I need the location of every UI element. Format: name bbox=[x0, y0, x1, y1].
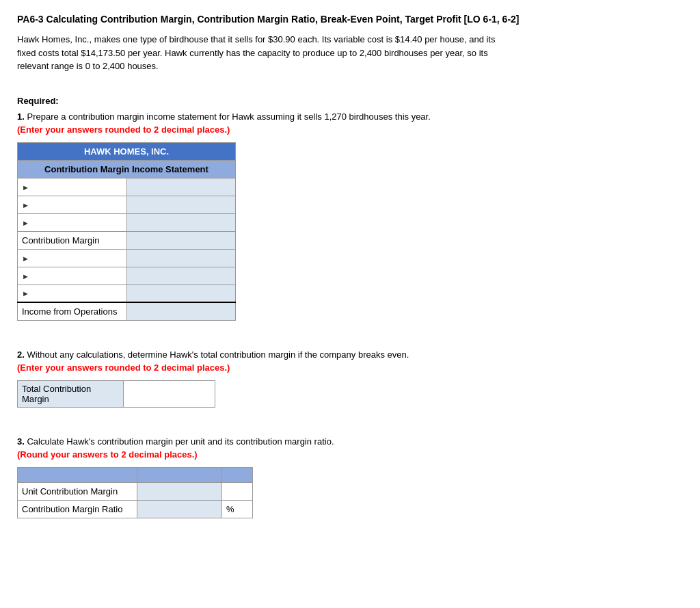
income-from-operations-label: Income from Operations bbox=[18, 302, 127, 320]
table-row: ► bbox=[18, 196, 236, 213]
q3-note: (Round your answers to 2 decimal places.… bbox=[17, 449, 198, 460]
company-name-header: HAWK HOMES, INC. bbox=[18, 142, 236, 160]
table-row: ► bbox=[18, 249, 236, 267]
unit-cm-input-cell bbox=[137, 482, 221, 500]
q2-note: (Enter your answers rounded to 2 decimal… bbox=[17, 362, 230, 373]
unit-cm-label: Unit Contribution Margin bbox=[18, 482, 137, 500]
row2-input[interactable] bbox=[131, 200, 231, 210]
row1-input[interactable] bbox=[131, 182, 231, 192]
cm-ratio-suffix: % bbox=[221, 500, 252, 518]
q1-number: 1. bbox=[17, 111, 25, 122]
statement-title-header: Contribution Margin Income Statement bbox=[18, 160, 236, 178]
row6-input[interactable] bbox=[131, 271, 231, 281]
unit-cm-suffix bbox=[221, 482, 252, 500]
income-from-operations-input[interactable] bbox=[131, 306, 231, 317]
question-3: 3. Calculate Hawk's contribution margin … bbox=[17, 435, 683, 518]
q3-header-row bbox=[18, 467, 253, 482]
q3-body-text: Calculate Hawk's contribution margin per… bbox=[27, 436, 334, 447]
row6-label: ► bbox=[18, 267, 127, 285]
row3-label: ► bbox=[18, 213, 127, 231]
page-title: PA6-3 Calculating Contribution Margin, C… bbox=[17, 14, 683, 25]
cm-ratio-row: Contribution Margin Ratio % bbox=[18, 500, 253, 518]
cm-ratio-label: Contribution Margin Ratio bbox=[18, 500, 137, 518]
contribution-margin-row: Contribution Margin bbox=[18, 231, 236, 249]
row7-label: ► bbox=[18, 285, 127, 302]
row7-input[interactable] bbox=[131, 288, 231, 298]
row1-input-cell bbox=[126, 178, 235, 196]
row5-input-cell bbox=[126, 249, 235, 267]
row1-label: ► bbox=[18, 178, 127, 196]
cm-ratio-input-cell bbox=[137, 500, 221, 518]
row3-input-cell bbox=[126, 213, 235, 231]
tcm-input-cell bbox=[123, 380, 215, 407]
contribution-margin-input[interactable] bbox=[131, 235, 231, 246]
row2-input-cell bbox=[126, 196, 235, 213]
contribution-margin-label: Contribution Margin bbox=[18, 231, 127, 249]
row5-label: ► bbox=[18, 249, 127, 267]
q3-header-col2 bbox=[137, 467, 221, 482]
tcm-row: Total Contribution Margin bbox=[18, 380, 215, 407]
income-statement-table: HAWK HOMES, INC. Contribution Margin Inc… bbox=[17, 142, 236, 321]
unit-cm-row: Unit Contribution Margin bbox=[18, 482, 253, 500]
income-from-operations-input-cell bbox=[126, 302, 235, 320]
row7-input-cell bbox=[126, 285, 235, 302]
q3-number: 3. bbox=[17, 436, 25, 447]
table-row: ► bbox=[18, 267, 236, 285]
row5-input[interactable] bbox=[131, 253, 231, 263]
q1-text: 1. Prepare a contribution margin income … bbox=[17, 110, 496, 137]
contribution-margin-input-cell bbox=[126, 231, 235, 249]
unit-cm-input[interactable] bbox=[142, 486, 217, 497]
q1-body-text: Prepare a contribution margin income sta… bbox=[27, 111, 430, 122]
row3-input[interactable] bbox=[131, 217, 231, 228]
q2-body-text: Without any calculations, determine Hawk… bbox=[27, 349, 409, 360]
row6-input-cell bbox=[126, 267, 235, 285]
income-from-operations-row: Income from Operations bbox=[18, 302, 236, 320]
table-row: ► bbox=[18, 178, 236, 196]
q3-table: Unit Contribution Margin Contribution Ma… bbox=[17, 467, 253, 518]
tcm-table: Total Contribution Margin bbox=[17, 380, 215, 408]
q2-number: 2. bbox=[17, 349, 25, 360]
question-1: 1. Prepare a contribution margin income … bbox=[17, 110, 683, 321]
tcm-label: Total Contribution Margin bbox=[18, 380, 124, 407]
question-2: 2. Without any calculations, determine H… bbox=[17, 348, 683, 408]
q2-text: 2. Without any calculations, determine H… bbox=[17, 348, 496, 375]
cm-ratio-input[interactable] bbox=[142, 504, 217, 514]
q3-text: 3. Calculate Hawk's contribution margin … bbox=[17, 435, 496, 462]
tcm-input[interactable] bbox=[128, 388, 211, 399]
q3-header-col1 bbox=[18, 467, 137, 482]
row2-label: ► bbox=[18, 196, 127, 213]
q1-note: (Enter your answers rounded to 2 decimal… bbox=[17, 124, 230, 135]
table-row: ► bbox=[18, 213, 236, 231]
intro-text: Hawk Homes, Inc., makes one type of bird… bbox=[17, 33, 496, 73]
required-label: Required: bbox=[17, 96, 683, 106]
q3-header-col3 bbox=[221, 467, 252, 482]
table-row: ► bbox=[18, 285, 236, 302]
